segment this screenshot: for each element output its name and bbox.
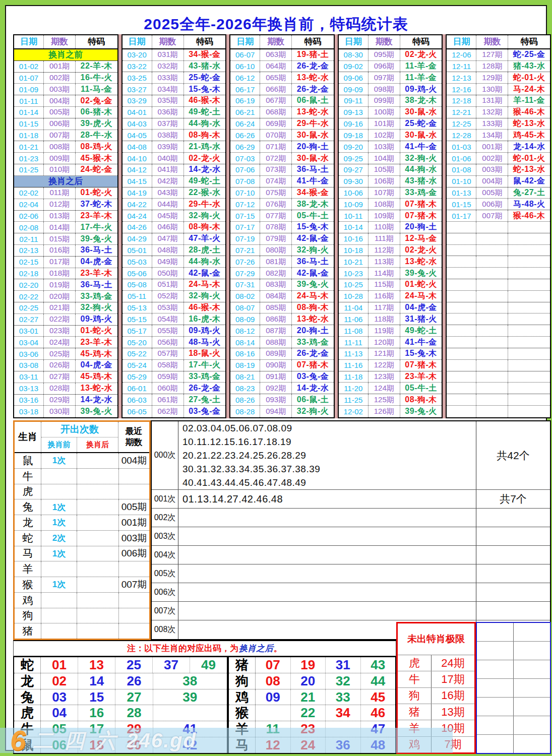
number-cell: 07 xyxy=(256,657,291,673)
zodiac-column-header: 生肖 xyxy=(15,422,41,452)
date-cell: 05-17 xyxy=(122,325,152,336)
table-row: 09-09098期09-鸡-火 xyxy=(339,84,442,95)
date-cell: 03-04 xyxy=(14,337,44,348)
date-cell: 10-11 xyxy=(339,210,369,221)
code-cell: 13-蛇-水 xyxy=(400,256,442,267)
period-cell: 035期 xyxy=(152,95,184,106)
note-suffix: 。 xyxy=(274,643,282,654)
before-count-cell xyxy=(41,469,77,484)
count-row: 007次 xyxy=(152,602,550,620)
period-cell: 013期 xyxy=(44,211,76,222)
date-cell xyxy=(447,279,476,290)
period-cell: 065期 xyxy=(260,72,292,83)
total-count-cell xyxy=(476,602,550,620)
date-cell: 01-18 xyxy=(14,130,44,141)
table-row: 07-26081期36-马-土 xyxy=(230,256,334,268)
code-cell xyxy=(508,222,550,233)
table-row: 01-13005期兔-27-土 xyxy=(447,187,550,199)
date-cell: 09-20 xyxy=(339,141,369,152)
recent-period-header: 最近期数 xyxy=(118,422,149,452)
after-count-cell xyxy=(77,546,119,561)
code-cell xyxy=(508,360,550,371)
count-label: 003次 xyxy=(152,527,178,545)
limits-row: 狗16期 xyxy=(398,688,474,704)
date-cell: 01-25 xyxy=(14,164,44,175)
code-cell xyxy=(508,313,550,325)
table-header-row: 日期期数特码 xyxy=(122,35,226,49)
period-cell: 095期 xyxy=(369,49,400,60)
date-cell: 03-27 xyxy=(122,84,152,95)
code-cell: 23-羊-木 xyxy=(76,268,117,279)
numbers-line: 02.03.04.05.06.07.08.09 xyxy=(182,421,476,435)
period-cell: 100期 xyxy=(369,107,400,118)
date-cell: 01-17 xyxy=(447,210,476,221)
date-cell: 06-03 xyxy=(122,394,152,405)
table-row: 06-26070期30-鼠-水 xyxy=(230,130,334,141)
table-row xyxy=(447,279,550,291)
period-cell: 067期 xyxy=(260,95,292,106)
period-header: 期数 xyxy=(260,35,292,48)
zodiac-cell: 鸡 xyxy=(15,593,41,608)
date-cell: 08-02 xyxy=(230,291,260,302)
empty-grid-cell xyxy=(514,735,550,753)
date-cell: 09-30 xyxy=(339,176,369,187)
period-cell: 063期 xyxy=(260,49,292,60)
code-cell xyxy=(508,337,550,348)
period-cell: 001期 xyxy=(476,141,508,152)
code-cell: 33-鸡-金 xyxy=(184,371,226,383)
date-cell: 10-06 xyxy=(339,187,369,199)
code-cell: 30-鼠-水 xyxy=(292,153,334,164)
date-cell xyxy=(447,360,476,371)
date-header: 日期 xyxy=(230,35,260,48)
date-cell: 04-22 xyxy=(122,199,152,210)
empty-grid-row xyxy=(477,660,550,679)
date-cell xyxy=(447,383,476,394)
date-cell: 10-09 xyxy=(339,199,369,210)
date-cell: 04-26 xyxy=(122,222,152,233)
table-row: 11-25125期08-狗-木 xyxy=(339,394,442,406)
date-cell: 05-01 xyxy=(122,245,152,256)
code-cell: 36-马-土 xyxy=(76,245,117,256)
table-row: 09-11099期38-龙-木 xyxy=(339,95,442,107)
table-row: 10-14110期20-狗-土 xyxy=(339,222,442,233)
code-header: 特码 xyxy=(400,35,442,48)
table-row: 04-15042期49-蛇-土 xyxy=(122,176,226,187)
date-cell: 05-29 xyxy=(122,371,152,383)
table-row: 01-17007期猴-46-木 xyxy=(447,210,550,222)
code-cell: 蛇-13-水 xyxy=(508,118,550,130)
table-row: 05-17055期09-鸡-火 xyxy=(122,325,226,337)
table-row: 11-06118期31-猪-火 xyxy=(339,313,442,325)
after-count-cell xyxy=(77,531,119,546)
zodiac-cell: 牛 xyxy=(15,469,41,484)
period-cell: 062期 xyxy=(152,406,184,417)
table-row: 05-22057期18-鼠-火 xyxy=(122,348,226,360)
recent-period-cell xyxy=(119,593,149,608)
code-cell: 39-兔-火 xyxy=(292,279,334,290)
date-cell xyxy=(447,406,476,417)
watermark-domain-link[interactable]: 246.gd xyxy=(127,729,197,752)
zodiac-cell: 鸡 xyxy=(229,689,256,705)
table-row xyxy=(447,233,550,245)
table-header-row: 日期期数特码 xyxy=(14,35,117,49)
table-row: 07-17078期15-兔-木 xyxy=(230,222,334,233)
code-cell: 41-牛-金 xyxy=(292,176,334,187)
code-cell xyxy=(508,256,550,267)
table-row: 02-06013期23-羊-木 xyxy=(14,211,117,222)
table-row: 08-16089期26-龙-金 xyxy=(230,348,334,360)
period-cell: 089期 xyxy=(260,348,292,359)
code-cell: 28-牛-水 xyxy=(76,130,117,141)
page-title: 2025全年-2026年换肖前，特码统计表 xyxy=(6,14,546,35)
code-cell: 09-鸡-火 xyxy=(76,314,117,325)
zodiac-cell: 虎 xyxy=(15,484,41,499)
code-cell: 18-鼠-火 xyxy=(184,348,226,359)
period-cell: 071期 xyxy=(260,141,292,152)
recent-header-line1: 最近 xyxy=(126,426,143,437)
zodiac-number-row: 狗08203244 xyxy=(229,673,395,689)
date-cell: 02-11 xyxy=(14,233,44,244)
period-cell: 033期 xyxy=(152,72,184,83)
code-cell: 14-龙-水 xyxy=(292,383,334,394)
after-count-cell xyxy=(77,561,119,577)
date-cell xyxy=(447,268,476,279)
count-row: 003次 xyxy=(152,527,550,546)
numbers-line: 01.13.14.27.42.46.48 xyxy=(182,492,476,506)
